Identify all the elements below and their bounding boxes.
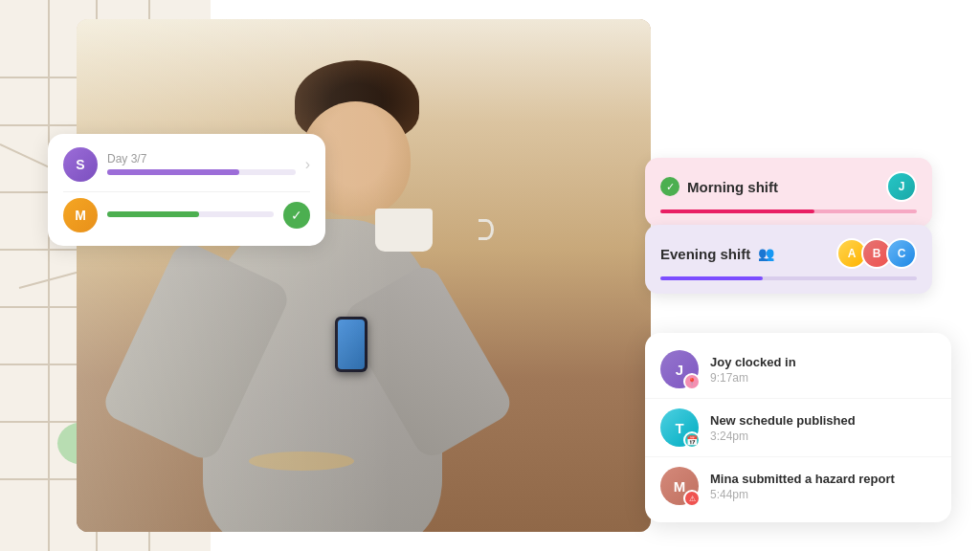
notif-badge-3: ⚠ — [683, 490, 701, 507]
notif-title-1: Joy clocked in — [710, 355, 936, 369]
morning-shift-bar-fill — [660, 209, 814, 213]
notif-avatar-wrap-3: M ⚠ — [660, 467, 699, 505]
progress-bar-fill-1 — [107, 169, 239, 175]
progress-bar-bg-1 — [107, 169, 296, 175]
day-label: Day 3/7 — [107, 152, 296, 165]
shift-title-row-evening: Evening shift 👥 — [660, 246, 774, 262]
notif-badge-1: 📍 — [683, 373, 701, 390]
notif-content-1: Joy clocked in 9:17am — [710, 355, 936, 385]
check-icon: ✓ — [283, 202, 310, 229]
avatar-user-2: M — [63, 198, 98, 232]
photo-canvas — [77, 19, 651, 532]
avatar-user-1: S — [63, 147, 98, 182]
notification-item-3[interactable]: M ⚠ Mina submitted a hazard report 5:44p… — [645, 457, 951, 515]
notif-title-3: Mina submitted a hazard report — [710, 472, 936, 486]
shift-title-row-morning: ✓ Morning shift — [660, 177, 778, 196]
morning-shift-check: ✓ — [660, 177, 679, 196]
day-progress-card: S Day 3/7 › M ✓ — [48, 134, 325, 246]
notif-time-1: 9:17am — [710, 371, 936, 385]
evening-shift-title: Evening shift — [660, 246, 750, 262]
morning-shift-card[interactable]: ✓ Morning shift J — [645, 158, 932, 227]
shift-header-evening: Evening shift 👥 A B C — [660, 238, 917, 269]
divider — [63, 191, 310, 192]
notification-item-1[interactable]: J 📍 Joy clocked in 9:17am — [645, 341, 951, 399]
hero-photo — [77, 19, 651, 532]
coffee-handle — [479, 219, 494, 240]
day-card-row-1: S Day 3/7 › — [63, 147, 310, 182]
notif-avatar-wrap-1: J 📍 — [660, 350, 699, 388]
shift-header-morning: ✓ Morning shift J — [660, 171, 917, 202]
notif-badge-2: 📅 — [683, 431, 701, 449]
evening-shift-card[interactable]: Evening shift 👥 A B C — [645, 225, 932, 294]
notif-content-2: New schedule published 3:24pm — [710, 413, 936, 443]
evening-shift-avatars: A B C — [836, 238, 917, 269]
evening-avatar-3: C — [886, 238, 917, 269]
light-overlay — [77, 19, 392, 532]
progress-bar-bg-2 — [107, 211, 274, 217]
morning-shift-avatars: J — [886, 171, 917, 202]
day-card-row-2: M ✓ — [63, 198, 310, 232]
notif-title-2: New schedule published — [710, 413, 936, 428]
people-icon: 👥 — [758, 246, 774, 261]
morning-avatar-1: J — [886, 171, 917, 202]
notif-content-3: Mina submitted a hazard report 5:44pm — [710, 472, 936, 501]
notif-time-2: 3:24pm — [710, 430, 936, 443]
progress-bar-fill-2 — [107, 211, 199, 217]
chevron-right-icon[interactable]: › — [305, 156, 310, 173]
progress-container-2 — [107, 211, 274, 219]
notifications-panel: J 📍 Joy clocked in 9:17am T 📅 New schedu… — [645, 333, 951, 522]
map-road — [48, 0, 50, 551]
notif-avatar-wrap-2: T 📅 — [660, 408, 699, 447]
evening-shift-bar — [660, 276, 917, 280]
progress-container-1: Day 3/7 — [107, 152, 296, 177]
morning-shift-title: Morning shift — [687, 179, 778, 195]
evening-shift-bar-fill — [660, 276, 763, 280]
morning-shift-bar — [660, 209, 917, 213]
notification-item-2[interactable]: T 📅 New schedule published 3:24pm — [645, 399, 951, 457]
notif-time-3: 5:44pm — [710, 488, 936, 501]
